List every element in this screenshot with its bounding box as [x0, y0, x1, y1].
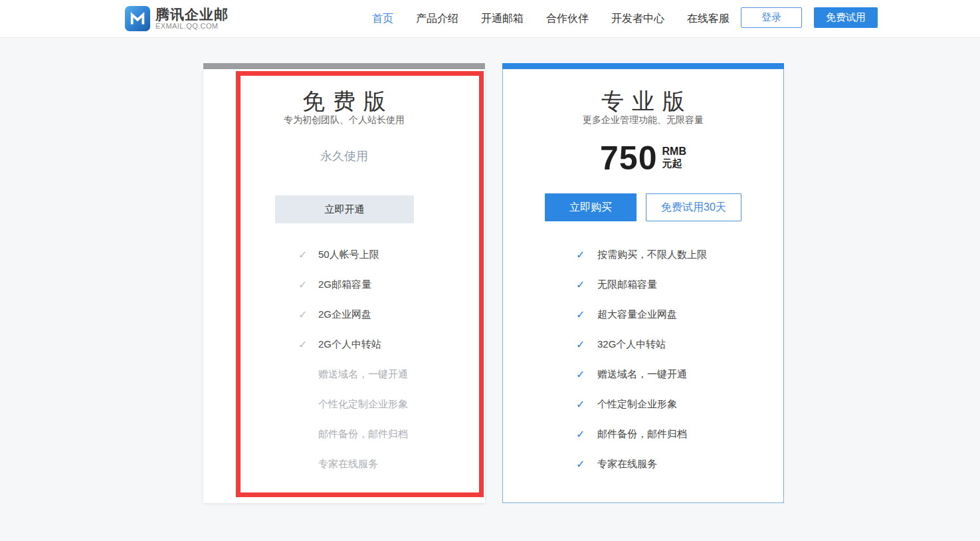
pro-plan-buttons: 立即购买 免费试用30天	[503, 193, 783, 221]
nav-item-online-service[interactable]: 在线客服	[687, 12, 730, 26]
feature-item: ✓ 个性定制企业形象	[503, 389, 783, 419]
check-icon: ✓	[298, 310, 309, 320]
pro-plan-body: 专业版 更多企业管理功能、无限容量 750 RMB 元起 立即购买 免费试用30…	[502, 69, 784, 503]
feature-label: 无限邮箱容量	[597, 278, 657, 291]
pro-plan-feature-list: ✓ 按需购买，不限人数上限 ✓ 无限邮箱容量 ✓ 超大容量企业网盘 ✓ 32G个…	[503, 240, 783, 479]
free-plan-body: 免费版 专为初创团队、个人站长使用 永久使用 立即开通 ✓ 50人帐号上限 ✓ …	[203, 69, 485, 503]
check-icon: ✓	[576, 280, 587, 290]
check-icon: ✓	[298, 280, 309, 290]
free-plan-subtitle: 专为初创团队、个人站长使用	[203, 114, 485, 126]
feature-label: 2G邮箱容量	[318, 278, 371, 291]
nav-item-open-mailbox[interactable]: 开通邮箱	[481, 12, 524, 26]
feature-item: ✓ 按需购买，不限人数上限	[503, 240, 783, 270]
price-side: RMB 元起	[662, 146, 686, 169]
nav-item-developer-center[interactable]: 开发者中心	[611, 12, 664, 26]
free-plan-top-bar	[203, 63, 485, 69]
nav-item-home[interactable]: 首页	[372, 12, 393, 26]
feature-label: 赠送域名，一键开通	[318, 368, 408, 381]
feature-item-unavailable: 个性化定制企业形象	[203, 389, 485, 419]
feature-item-unavailable: 邮件备份，邮件归档	[203, 419, 485, 449]
feature-label: 邮件备份，邮件归档	[597, 428, 687, 441]
check-icon: ✓	[576, 310, 587, 320]
pro-plan-price: 750 RMB 元起	[503, 141, 783, 175]
logo-subtitle: EXMAIL.QQ.COM	[155, 22, 229, 31]
feature-item: ✓ 2G企业网盘	[203, 300, 485, 330]
pro-plan-card: 专业版 更多企业管理功能、无限容量 750 RMB 元起 立即购买 免费试用30…	[502, 63, 784, 503]
feature-item-unavailable: 赠送域名，一键开通	[203, 360, 485, 389]
logo-text: 腾讯企业邮 EXMAIL.QQ.COM	[155, 7, 229, 31]
free-trial-button[interactable]: 免费试用	[814, 7, 878, 28]
check-icon: ✓	[576, 370, 587, 380]
nav-item-product-intro[interactable]: 产品介绍	[416, 12, 458, 26]
logo-title: 腾讯企业邮	[155, 7, 229, 22]
check-icon: ✓	[576, 340, 587, 350]
exmail-logo-icon	[125, 6, 150, 31]
feature-label: 邮件备份，邮件归档	[318, 428, 408, 441]
free-plan-card: 免费版 专为初创团队、个人站长使用 永久使用 立即开通 ✓ 50人帐号上限 ✓ …	[203, 63, 485, 503]
check-icon: ✓	[298, 250, 309, 261]
check-icon: ✓	[576, 399, 587, 410]
price-amount: 750	[600, 141, 657, 175]
top-navigation-bar: 腾讯企业邮 EXMAIL.QQ.COM 首页 产品介绍 开通邮箱 合作伙伴 开发…	[0, 0, 980, 38]
check-icon: ✓	[298, 340, 309, 350]
buy-now-button[interactable]: 立即购买	[545, 193, 637, 221]
auth-buttons: 登录 免费试用	[741, 7, 878, 28]
feature-label: 超大容量企业网盘	[597, 308, 677, 321]
activate-now-button[interactable]: 立即开通	[275, 195, 414, 223]
feature-label: 专家在线服务	[597, 458, 657, 471]
feature-item: ✓ 超大容量企业网盘	[503, 300, 783, 330]
feature-label: 50人帐号上限	[318, 249, 379, 261]
price-currency: RMB	[662, 146, 686, 158]
feature-item: ✓ 专家在线服务	[503, 449, 783, 479]
feature-label: 个性定制企业形象	[597, 398, 677, 411]
feature-item: ✓ 2G邮箱容量	[203, 270, 485, 300]
feature-label: 个性化定制企业形象	[318, 398, 408, 411]
feature-item-unavailable: 专家在线服务	[203, 449, 485, 479]
feature-label: 32G个人中转站	[597, 338, 666, 351]
check-icon: ✓	[576, 250, 587, 261]
envelope-m-glyph	[128, 9, 147, 29]
trial-30-days-button[interactable]: 免费试用30天	[646, 193, 741, 221]
feature-item: ✓ 32G个人中转站	[503, 330, 783, 360]
feature-item: ✓ 50人帐号上限	[203, 240, 485, 270]
main-nav: 首页 产品介绍 开通邮箱 合作伙伴 开发者中心 在线客服	[372, 0, 730, 38]
nav-item-partners[interactable]: 合作伙伴	[546, 12, 589, 26]
pro-plan-top-bar	[502, 63, 784, 69]
feature-label: 2G个人中转站	[318, 338, 381, 351]
pro-plan-subtitle: 更多企业管理功能、无限容量	[503, 114, 783, 126]
free-plan-price-text: 永久使用	[203, 148, 485, 164]
feature-item: ✓ 2G个人中转站	[203, 330, 485, 360]
price-unit: 元起	[662, 158, 686, 169]
check-icon: ✓	[576, 429, 587, 440]
free-plan-feature-list: ✓ 50人帐号上限 ✓ 2G邮箱容量 ✓ 2G企业网盘 ✓ 2G个人中转站 赠送…	[203, 240, 485, 479]
feature-item: ✓ 邮件备份，邮件归档	[503, 419, 783, 449]
login-button[interactable]: 登录	[741, 7, 802, 28]
feature-label: 赠送域名，一键开通	[597, 368, 687, 381]
feature-item: ✓ 无限邮箱容量	[503, 270, 783, 300]
exmail-logo[interactable]: 腾讯企业邮 EXMAIL.QQ.COM	[125, 6, 229, 31]
check-icon: ✓	[576, 459, 587, 470]
feature-item: ✓ 赠送域名，一键开通	[503, 360, 783, 389]
feature-label: 专家在线服务	[318, 458, 378, 471]
feature-label: 2G企业网盘	[318, 308, 371, 321]
pro-plan-title: 专业版	[503, 86, 783, 117]
feature-label: 按需购买，不限人数上限	[597, 249, 707, 261]
free-plan-title: 免费版	[203, 86, 485, 117]
